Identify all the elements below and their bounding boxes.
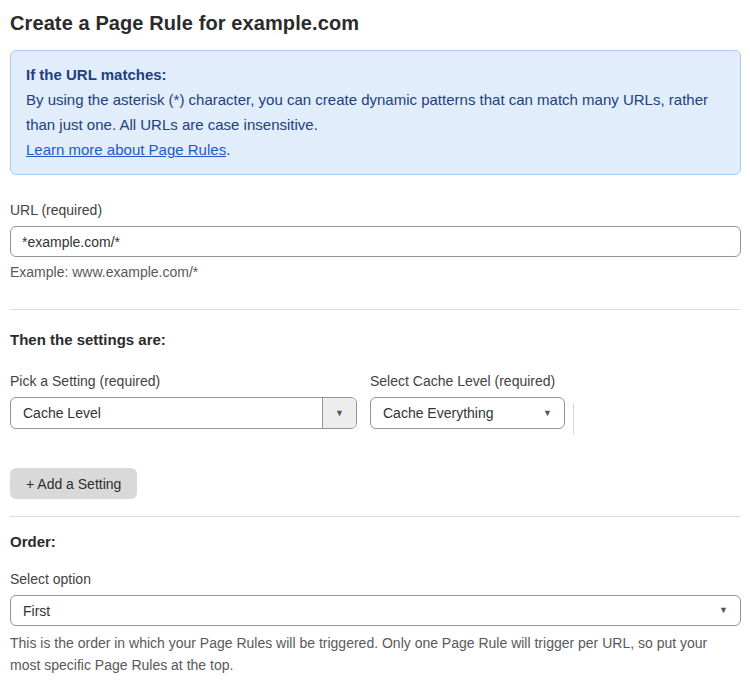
setting-picker-field: Pick a Setting (required) Cache Level ▼ [10, 373, 357, 429]
cache-level-field: Select Cache Level (required) Cache Ever… [370, 373, 565, 429]
order-select[interactable]: First ▼ [10, 595, 741, 626]
caret-down-icon: ▼ [719, 606, 740, 615]
page-title: Create a Page Rule for example.com [10, 12, 741, 35]
settings-row: Pick a Setting (required) Cache Level ▼ … [10, 373, 741, 435]
setting-picker-select[interactable]: Cache Level ▼ [10, 397, 357, 429]
cache-level-value: Cache Everything [371, 405, 543, 421]
order-select-label: Select option [10, 571, 741, 587]
setting-picker-label: Pick a Setting (required) [10, 373, 357, 389]
url-hint: Example: www.example.com/* [10, 264, 741, 280]
section-divider [10, 516, 741, 517]
cache-level-select[interactable]: Cache Everything ▼ [370, 397, 565, 429]
info-box-heading: If the URL matches: [26, 62, 725, 87]
add-setting-button[interactable]: + Add a Setting [10, 468, 137, 499]
setting-picker-arrow-box[interactable]: ▼ [322, 398, 356, 428]
setting-picker-value: Cache Level [11, 405, 322, 421]
section-divider [10, 309, 741, 310]
caret-down-icon: ▼ [543, 409, 564, 418]
caret-down-icon: ▼ [335, 409, 344, 418]
learn-more-link[interactable]: Learn more about Page Rules [26, 141, 226, 158]
cache-level-label: Select Cache Level (required) [370, 373, 565, 389]
link-period: . [226, 141, 230, 158]
settings-section-heading: Then the settings are: [10, 331, 741, 348]
order-section-heading: Order: [10, 533, 741, 550]
url-label: URL (required) [10, 202, 741, 218]
url-match-info-box: If the URL matches: By using the asteris… [10, 50, 741, 175]
order-select-value: First [11, 603, 719, 619]
create-page-rule-form: Create a Page Rule for example.com If th… [0, 0, 750, 691]
order-hint: This is the order in which your Page Rul… [10, 632, 741, 676]
setting-row-divider [573, 403, 574, 435]
url-input[interactable] [10, 226, 741, 257]
info-box-body: By using the asterisk (*) character, you… [26, 87, 725, 137]
info-box-link-line: Learn more about Page Rules. [26, 137, 725, 162]
